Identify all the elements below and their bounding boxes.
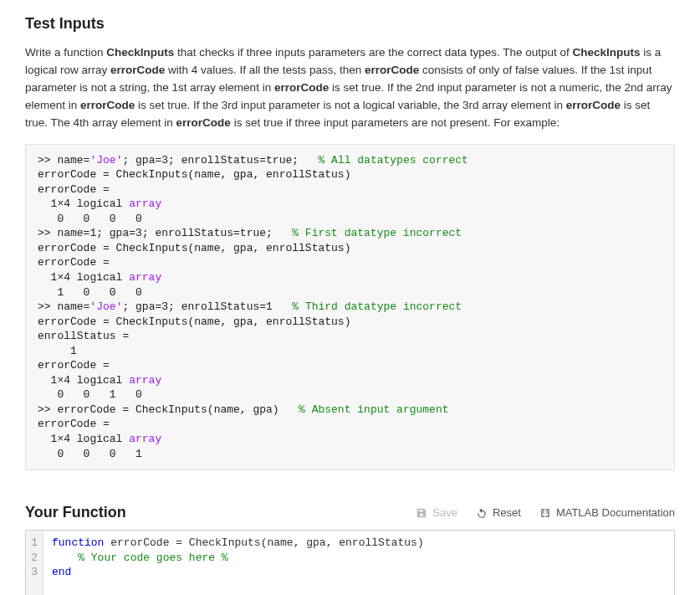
reset-button[interactable]: Reset	[476, 506, 521, 519]
line-gutter: 123	[26, 531, 43, 595]
docs-button[interactable]: MATLAB Documentation	[539, 506, 675, 519]
editor-toolbar: Save Reset MATLAB Documentation	[416, 506, 675, 519]
docs-label: MATLAB Documentation	[556, 506, 675, 519]
reset-label: Reset	[493, 506, 521, 519]
page-title: Test Inputs	[25, 15, 675, 33]
save-button[interactable]: Save	[416, 506, 457, 519]
example-output: >> name='Joe'; gpa=3; enrollStatus=true;…	[25, 144, 675, 470]
your-function-header: Your Function Save Reset MATLAB Document…	[25, 504, 675, 521]
save-icon	[416, 507, 427, 519]
save-label: Save	[432, 506, 457, 519]
your-function-title: Your Function	[25, 504, 126, 521]
reset-icon	[476, 507, 488, 519]
docs-icon	[539, 507, 551, 519]
problem-description: Write a function CheckInputs that checks…	[25, 44, 675, 132]
code-editor[interactable]: 123 function errorCode = CheckInputs(nam…	[25, 530, 675, 595]
code-area[interactable]: function errorCode = CheckInputs(name, g…	[43, 531, 674, 595]
